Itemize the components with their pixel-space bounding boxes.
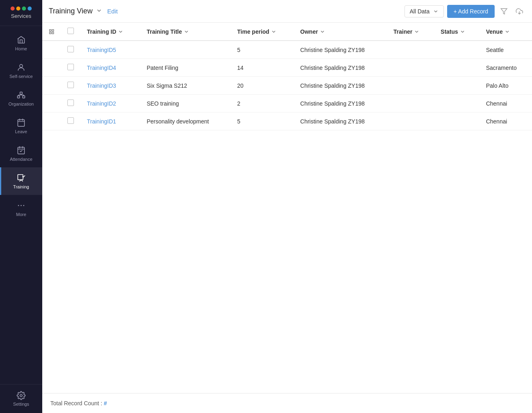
dot-blue (28, 6, 32, 11)
sidebar-item-organization[interactable]: Organization (0, 84, 42, 112)
row-status (434, 112, 480, 130)
col-tools (42, 23, 61, 41)
row-training-id[interactable]: TrainingID3 (80, 77, 140, 95)
sidebar-item-more[interactable]: More (0, 195, 42, 223)
sidebar-leave-label: Leave (15, 129, 27, 134)
col-training-title[interactable]: Training Title (140, 23, 231, 41)
sidebar-bottom: Settings (0, 384, 42, 413)
row-venue: Seattle (480, 41, 532, 59)
row-expand[interactable] (42, 112, 61, 130)
app-footer: Total Record Count : # (42, 393, 532, 413)
row-time-period: 2 (231, 95, 294, 112)
row-training-title: SEO training (140, 95, 231, 112)
main-content: Training View Edit All Data + Add Record (42, 0, 532, 413)
col-checkbox (61, 23, 80, 41)
home-icon (16, 35, 26, 45)
dot-yellow (16, 6, 20, 11)
more-icon (16, 201, 26, 210)
add-record-button[interactable]: + Add Record (447, 5, 495, 18)
row-expand[interactable] (42, 95, 61, 112)
sidebar-attendance-label: Attendance (10, 157, 32, 162)
col-owner[interactable]: Owner (294, 23, 387, 41)
row-status (434, 95, 480, 112)
row-status (434, 41, 480, 59)
sidebar-item-leave[interactable]: Leave (0, 112, 42, 140)
svg-point-9 (23, 205, 24, 206)
row-owner: Christine Spalding ZY198 (294, 41, 387, 59)
row-trainer (387, 95, 434, 112)
filter-icon-button[interactable] (498, 5, 510, 17)
dot-red (11, 6, 15, 11)
row-checkbox[interactable] (61, 41, 80, 59)
total-record-label: Total Record Count : (50, 400, 104, 407)
row-trainer (387, 41, 434, 59)
row-expand[interactable] (42, 77, 61, 95)
sidebar-nav: Home Self-service Organization Leave (0, 26, 42, 384)
org-icon (16, 90, 26, 100)
edit-link[interactable]: Edit (107, 8, 118, 15)
sidebar-home-label: Home (15, 46, 27, 51)
row-status (434, 59, 480, 77)
col-venue[interactable]: Venue (480, 23, 532, 41)
row-checkbox[interactable] (61, 95, 80, 112)
svg-point-10 (20, 394, 22, 397)
svg-rect-14 (52, 29, 54, 31)
row-owner: Christine Spalding ZY198 (294, 95, 387, 112)
svg-marker-11 (501, 9, 507, 14)
row-training-title: Six Sigma S212 (140, 77, 231, 95)
row-training-id[interactable]: TrainingID1 (80, 112, 140, 130)
row-trainer (387, 112, 434, 130)
row-training-title (140, 41, 231, 59)
row-training-title: Personality development (140, 112, 231, 130)
title-chevron-icon[interactable] (96, 7, 102, 15)
sidebar-item-settings[interactable]: Settings (3, 391, 39, 407)
filter-dropdown[interactable]: All Data (404, 5, 444, 17)
row-training-id[interactable]: TrainingID4 (80, 59, 140, 77)
row-checkbox[interactable] (61, 59, 80, 77)
row-checkbox[interactable] (61, 112, 80, 130)
attendance-icon (16, 145, 26, 155)
svg-rect-6 (18, 175, 23, 180)
sidebar-self-service-label: Self-service (9, 74, 32, 79)
row-status (434, 77, 480, 95)
row-expand[interactable] (42, 41, 61, 59)
export-icon-button[interactable] (513, 5, 526, 17)
col-status[interactable]: Status (434, 23, 480, 41)
row-time-period: 14 (231, 59, 294, 77)
row-training-title: Patent Filing (140, 59, 231, 77)
sidebar-organization-label: Organization (9, 102, 34, 106)
svg-point-0 (19, 65, 22, 67)
total-record-count[interactable]: # (104, 400, 107, 407)
row-venue: Sacramento (480, 59, 532, 77)
sidebar-item-self-service[interactable]: Self-service (0, 57, 42, 84)
services-dots (3, 6, 39, 11)
sidebar-item-home[interactable]: Home (0, 29, 42, 57)
row-owner: Christine Spalding ZY198 (294, 59, 387, 77)
col-trainer[interactable]: Trainer (387, 23, 434, 41)
table-row: TrainingID4 Patent Filing 14 Christine S… (42, 59, 532, 77)
select-all-checkbox[interactable] (67, 28, 74, 34)
filter-dropdown-label: All Data (410, 8, 430, 15)
row-training-id[interactable]: TrainingID2 (80, 95, 140, 112)
row-expand[interactable] (42, 59, 61, 77)
sidebar-item-attendance[interactable]: Attendance (0, 140, 42, 167)
svg-rect-4 (18, 120, 25, 127)
row-training-id[interactable]: TrainingID5 (80, 41, 140, 59)
row-checkbox[interactable] (61, 77, 80, 95)
col-time-period[interactable]: Time period (231, 23, 294, 41)
app-header: Training View Edit All Data + Add Record (42, 0, 532, 23)
training-table: Training ID Training Title Time period (42, 23, 532, 130)
training-icon (16, 173, 26, 183)
row-venue: Chennai (480, 112, 532, 130)
sidebar-item-training[interactable]: Training (0, 167, 42, 195)
services-label: Services (3, 13, 39, 19)
row-time-period: 20 (231, 77, 294, 95)
col-training-id[interactable]: Training ID (80, 23, 140, 41)
sidebar-settings-label: Settings (13, 402, 29, 407)
table-container: Training ID Training Title Time period (42, 23, 532, 393)
sidebar-services[interactable]: Services (0, 0, 42, 26)
row-time-period: 5 (231, 41, 294, 59)
dot-green (22, 6, 26, 11)
row-owner: Christine Spalding ZY198 (294, 112, 387, 130)
svg-rect-13 (50, 29, 51, 31)
